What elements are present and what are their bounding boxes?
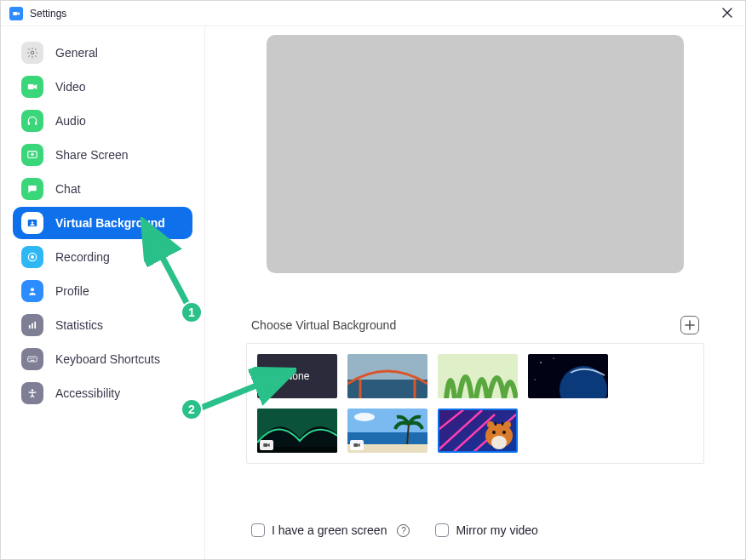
virtual-background-icon <box>21 212 43 234</box>
video-icon <box>21 76 43 98</box>
svg-rect-2 <box>28 84 34 89</box>
profile-icon <box>21 280 43 302</box>
video-badge-icon <box>260 440 273 450</box>
svg-rect-14 <box>28 357 37 362</box>
svg-point-15 <box>30 358 31 359</box>
recording-icon <box>21 246 43 268</box>
svg-point-10 <box>31 288 34 291</box>
sidebar-item-general[interactable]: General <box>13 37 192 69</box>
video-badge-icon <box>350 440 364 450</box>
svg-point-36 <box>354 413 375 421</box>
choose-bg-label: Choose Virtual Background <box>251 318 396 332</box>
green-screen-checkbox[interactable]: I have a green screen ? <box>251 523 410 537</box>
background-grid-box: None <box>246 343 704 464</box>
sidebar-label: Accessibility <box>55 386 120 400</box>
svg-point-43 <box>487 421 494 428</box>
sidebar-label: General <box>55 46 98 60</box>
green-screen-label: I have a green screen <box>272 523 387 537</box>
sidebar-label: Keyboard Shortcuts <box>55 352 160 366</box>
svg-point-19 <box>32 389 34 391</box>
svg-rect-12 <box>32 323 33 329</box>
svg-rect-32 <box>263 443 267 447</box>
close-button[interactable] <box>718 6 737 21</box>
titlebar-title: Settings <box>30 8 66 20</box>
annotation-badge-1: 1 <box>181 301 203 323</box>
sidebar-label: Share Screen <box>55 148 129 162</box>
statistics-icon <box>21 314 43 336</box>
bg-thumb-beach[interactable] <box>347 409 428 453</box>
sidebar-label: Profile <box>55 284 89 298</box>
sidebar-label: Statistics <box>55 318 103 332</box>
svg-point-44 <box>504 421 511 428</box>
mirror-label: Mirror my video <box>456 523 537 537</box>
mirror-video-checkbox[interactable]: Mirror my video <box>435 523 537 537</box>
checkbox-box <box>435 523 449 537</box>
sidebar-label: Recording <box>55 250 110 264</box>
svg-point-16 <box>32 358 32 359</box>
bg-thumb-bridge[interactable] <box>347 354 428 398</box>
svg-rect-13 <box>34 322 36 329</box>
annotation-arrow-2 <box>194 357 296 417</box>
sidebar-label: Video <box>55 80 86 94</box>
svg-point-9 <box>31 255 34 259</box>
svg-rect-11 <box>29 325 31 329</box>
svg-point-41 <box>492 431 496 434</box>
main-panel: Choose Virtual Background None <box>205 26 745 559</box>
svg-point-28 <box>553 357 554 358</box>
gear-icon <box>21 42 43 64</box>
svg-point-40 <box>491 436 507 449</box>
sidebar-item-video[interactable]: Video <box>13 71 192 103</box>
svg-rect-0 <box>13 11 17 14</box>
svg-point-42 <box>502 431 506 434</box>
checkbox-box <box>251 523 265 537</box>
sidebar-item-accessibility[interactable]: Accessibility <box>13 377 192 409</box>
sidebar-item-share[interactable]: Share Screen <box>13 139 192 171</box>
svg-point-17 <box>33 358 34 359</box>
svg-rect-37 <box>353 443 358 447</box>
video-preview <box>267 35 684 273</box>
svg-point-1 <box>31 51 34 54</box>
sidebar-item-chat[interactable]: Chat <box>13 173 192 205</box>
sidebar-item-audio[interactable]: Audio <box>13 105 192 137</box>
annotation-badge-2: 2 <box>181 398 203 420</box>
svg-rect-18 <box>31 360 35 361</box>
sidebar-item-shortcuts[interactable]: Keyboard Shortcuts <box>13 343 192 375</box>
add-background-button[interactable] <box>680 316 699 334</box>
help-icon[interactable]: ? <box>397 524 410 537</box>
svg-rect-3 <box>28 122 30 125</box>
app-icon <box>9 7 23 20</box>
bg-thumb-grass[interactable] <box>438 354 518 398</box>
bg-thumb-tiger[interactable] <box>438 409 518 453</box>
sidebar-label: Audio <box>55 114 86 128</box>
accessibility-icon <box>21 382 43 404</box>
sidebar-label: Chat <box>55 182 81 196</box>
chat-icon <box>21 178 43 200</box>
svg-point-29 <box>534 379 535 380</box>
share-screen-icon <box>21 144 43 166</box>
svg-point-7 <box>32 221 34 224</box>
bg-thumb-earth[interactable] <box>528 354 608 398</box>
keyboard-icon <box>21 348 43 370</box>
svg-rect-4 <box>35 122 37 125</box>
headphones-icon <box>21 110 43 132</box>
svg-point-27 <box>540 362 542 363</box>
titlebar: Settings <box>1 1 745 26</box>
